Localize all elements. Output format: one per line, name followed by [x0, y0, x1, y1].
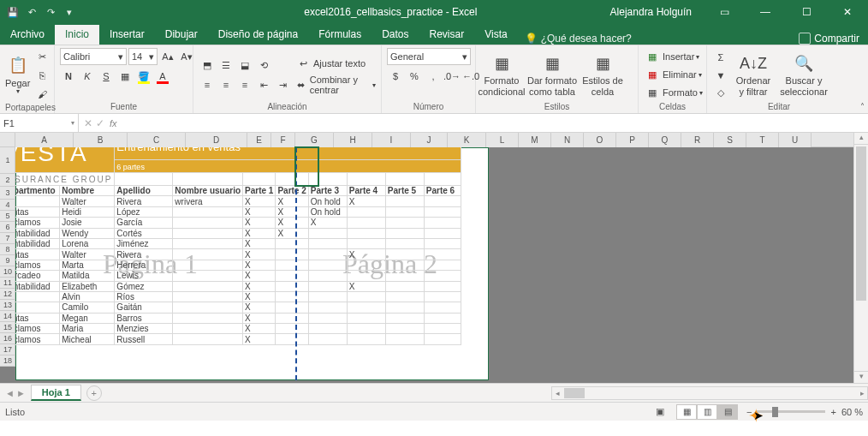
align-right-icon[interactable]: ≡ — [236, 76, 253, 93]
tab-inicio[interactable]: Inicio — [55, 25, 99, 45]
view-pagebreak-button[interactable]: ▤ — [717, 404, 738, 420]
format-cells-button[interactable]: ▦Formato▾ — [644, 84, 703, 101]
col-header-S[interactable]: S — [714, 133, 746, 147]
horizontal-scrollbar[interactable]: ◂ ▸ — [551, 386, 868, 400]
comma-icon[interactable]: , — [425, 68, 442, 85]
font-color-icon[interactable]: A — [154, 68, 171, 85]
row-header-10[interactable]: 10 — [0, 266, 15, 278]
ribbon-options-icon[interactable]: ▭ — [707, 0, 741, 24]
sheet-nav-next-icon[interactable]: ► — [16, 388, 26, 398]
undo-icon[interactable]: ↶ — [26, 6, 38, 18]
delete-cells-button[interactable]: ▦Eliminar▾ — [644, 66, 702, 83]
autosum-icon[interactable]: Σ — [712, 49, 729, 66]
col-header-C[interactable]: C — [128, 133, 186, 147]
row-header-12[interactable]: 12 — [0, 289, 15, 300]
tab-file[interactable]: Archivo — [0, 25, 55, 45]
sheet-nav-prev-icon[interactable]: ◄ — [5, 388, 15, 398]
col-header-F[interactable]: F — [271, 133, 295, 147]
paste-button[interactable]: 📋 Pegar ▾ — [5, 51, 30, 100]
row-header-6[interactable]: 6 — [0, 222, 15, 233]
col-header-Q[interactable]: Q — [649, 133, 681, 147]
align-bottom-icon[interactable]: ⬓ — [236, 57, 253, 74]
column-headers[interactable]: ABCDEFGHIJKLMNOPQRSTU — [0, 133, 853, 147]
col-header-O[interactable]: O — [584, 133, 616, 147]
orientation-icon[interactable]: ⟲ — [255, 57, 272, 74]
indent-dec-icon[interactable]: ⇤ — [255, 76, 272, 93]
col-header-N[interactable]: N — [551, 133, 584, 147]
find-select-button[interactable]: 🔍Buscar y seleccionar — [777, 51, 830, 100]
redo-icon[interactable]: ↷ — [45, 6, 56, 18]
share-button[interactable]: Compartir — [814, 33, 859, 45]
row-header-5[interactable]: 5 — [0, 211, 15, 222]
number-format-select[interactable]: General▾ — [387, 48, 471, 65]
italic-button[interactable]: K — [79, 68, 96, 85]
row-header-11[interactable]: 11 — [0, 278, 15, 289]
data-table[interactable]: VESTAEntrenamiento en ventas6 partesINSU… — [0, 133, 461, 345]
grid[interactable]: ABCDEFGHIJKLMNOPQRSTU 123456789101112131… — [0, 133, 853, 383]
format-table-button[interactable]: ▦Dar formato como tabla — [526, 51, 579, 100]
qat-dropdown-icon[interactable]: ▾ — [63, 6, 75, 18]
percent-icon[interactable]: % — [406, 68, 423, 85]
col-header-L[interactable]: L — [486, 133, 519, 147]
col-header-J[interactable]: J — [411, 133, 448, 147]
select-all-corner[interactable] — [0, 133, 15, 147]
row-header-14[interactable]: 14 — [0, 311, 15, 322]
close-icon[interactable]: ✕ — [830, 0, 865, 24]
currency-icon[interactable]: $ — [387, 68, 404, 85]
row-header-13[interactable]: 13 — [0, 300, 15, 311]
row-header-1[interactable]: 1 — [0, 147, 15, 174]
font-size-select[interactable]: 14▾ — [128, 48, 158, 65]
tab-datos[interactable]: Datos — [372, 25, 419, 45]
tab-formulas[interactable]: Fórmulas — [308, 25, 372, 45]
wrap-text-button[interactable]: ↩Ajustar texto — [294, 55, 376, 72]
row-header-4[interactable]: 4 — [0, 200, 15, 211]
col-header-B[interactable]: B — [74, 133, 128, 147]
grow-font-icon[interactable]: A▴ — [159, 48, 176, 65]
insert-cells-button[interactable]: ▦Insertar▾ — [644, 48, 699, 65]
cut-icon[interactable]: ✂ — [33, 48, 51, 65]
col-header-M[interactable]: M — [519, 133, 551, 147]
zoom-slider[interactable] — [757, 410, 825, 413]
row-header-3[interactable]: 3 — [0, 187, 15, 200]
row-headers[interactable]: 123456789101112131415161718 — [0, 147, 15, 367]
align-top-icon[interactable]: ⬒ — [199, 57, 216, 74]
name-box[interactable]: F1▾ — [0, 114, 79, 132]
row-header-16[interactable]: 16 — [0, 333, 15, 344]
row-header-15[interactable]: 15 — [0, 322, 15, 333]
new-sheet-button[interactable]: + — [86, 385, 102, 401]
tab-dibujar[interactable]: Dibujar — [155, 25, 208, 45]
border-icon[interactable]: ▦ — [116, 68, 134, 85]
tell-me[interactable]: 💡 ¿Qué desea hacer? — [525, 33, 632, 45]
col-header-H[interactable]: H — [334, 133, 372, 147]
row-header-8[interactable]: 8 — [0, 244, 15, 255]
maximize-icon[interactable]: ☐ — [789, 0, 823, 24]
user-avatar-icon[interactable] — [799, 33, 811, 45]
col-header-K[interactable]: K — [448, 133, 486, 147]
zoom-level[interactable]: 60 % — [841, 407, 863, 417]
zoom-in-button[interactable]: + — [830, 407, 835, 417]
vertical-scrollbar[interactable]: ▴ ▾ — [853, 133, 868, 383]
fill-icon[interactable]: ▼ — [712, 67, 729, 84]
tab-revisar[interactable]: Revisar — [419, 25, 475, 45]
view-layout-button[interactable]: ▥ — [697, 404, 717, 420]
collapse-ribbon-icon[interactable]: ˄ — [860, 102, 865, 111]
row-header-17[interactable]: 17 — [0, 344, 15, 355]
cancel-formula-icon[interactable]: ✕ — [84, 117, 92, 129]
font-name-select[interactable]: Calibri▾ — [60, 48, 127, 65]
user-name[interactable]: Alejandra Holguín — [610, 6, 692, 18]
copy-icon[interactable]: ⎘ — [33, 67, 51, 84]
minimize-icon[interactable]: — — [748, 0, 782, 24]
col-header-U[interactable]: U — [779, 133, 812, 147]
align-left-icon[interactable]: ≡ — [199, 76, 216, 93]
row-header-2[interactable]: 2 — [0, 174, 15, 187]
conditional-format-button[interactable]: ▦Formato condicional — [481, 51, 522, 100]
tab-vista[interactable]: Vista — [474, 25, 517, 45]
macro-record-icon[interactable]: ▣ — [656, 406, 664, 417]
col-header-P[interactable]: P — [616, 133, 649, 147]
fill-color-icon[interactable]: 🪣 — [135, 68, 152, 85]
col-header-T[interactable]: T — [746, 133, 779, 147]
col-header-I[interactable]: I — [372, 133, 411, 147]
align-center-icon[interactable]: ≡ — [217, 76, 235, 93]
col-header-E[interactable]: E — [247, 133, 271, 147]
inc-decimal-icon[interactable]: .0→ — [443, 68, 461, 85]
